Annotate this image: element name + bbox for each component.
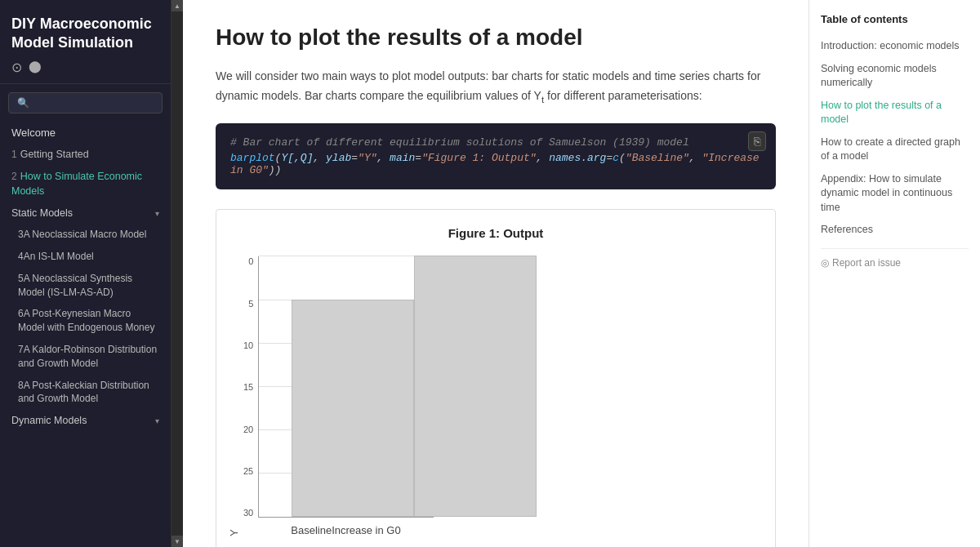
sidebar-item-islm[interactable]: 4An IS-LM Model bbox=[0, 246, 171, 268]
github-icon[interactable]: ⊙ bbox=[11, 60, 22, 75]
y-axis: 30 25 20 15 10 5 0 bbox=[243, 256, 258, 518]
chart-title: Figure 1: Output bbox=[225, 226, 767, 240]
toc-title: Table of contents bbox=[821, 13, 969, 25]
chart-area: Baseline Increase in G0 bbox=[258, 256, 433, 536]
x-labels: Baseline Increase in G0 bbox=[258, 518, 433, 536]
bar-group-increase bbox=[414, 256, 537, 517]
chart-y-wrapper: Y 30 25 20 15 10 5 0 bbox=[225, 256, 767, 536]
toc-divider bbox=[821, 248, 969, 249]
x-label-increase: Increase in G0 bbox=[332, 524, 401, 536]
page-intro: We will consider two main ways to plot m… bbox=[216, 67, 776, 107]
dynamic-models-group[interactable]: Dynamic Models ▾ bbox=[0, 410, 171, 431]
sidebar-item-synthesis[interactable]: 5A Neoclassical Synthesis Model (IS-LM-A… bbox=[0, 268, 171, 304]
code-line-1: # Bar chart of different equilibrium sol… bbox=[230, 136, 761, 149]
sidebar-header: DIY Macroeconomic Model Simulation ⊙ ⬤ bbox=[0, 0, 171, 84]
y-axis-label: Y bbox=[225, 256, 240, 536]
toc-item-references[interactable]: References bbox=[821, 219, 969, 242]
report-issue-link[interactable]: ◎ Report an issue bbox=[821, 257, 969, 269]
toggle-icon[interactable]: ⬤ bbox=[29, 60, 42, 75]
toc-item-solving[interactable]: Solving economic models numerically bbox=[821, 58, 969, 95]
code-block: ⎘ # Bar chart of different equilibrium s… bbox=[216, 123, 776, 189]
bar-baseline bbox=[292, 300, 414, 517]
circle-dot-icon: ◎ bbox=[821, 257, 829, 269]
sidebar-item-getting-started[interactable]: 1Getting Started bbox=[0, 144, 171, 167]
sidebar-item-simulate[interactable]: 2How to Simulate Economic Models bbox=[0, 166, 171, 202]
search-input[interactable] bbox=[8, 92, 163, 113]
copy-button[interactable]: ⎘ bbox=[748, 131, 766, 151]
static-models-group[interactable]: Static Models ▾ bbox=[0, 202, 171, 224]
sidebar: DIY Macroeconomic Model Simulation ⊙ ⬤ W… bbox=[0, 0, 172, 547]
sidebar-scrollbar[interactable]: ▲ ▼ bbox=[172, 0, 183, 547]
sidebar-icon-row: ⊙ ⬤ bbox=[11, 60, 159, 75]
static-models-chevron: ▾ bbox=[155, 209, 159, 218]
sidebar-item-neoclassical[interactable]: 3A Neoclassical Macro Model bbox=[0, 224, 171, 246]
bar-increase bbox=[414, 256, 537, 517]
dynamic-models-chevron: ▾ bbox=[155, 416, 159, 425]
chart-body: 30 25 20 15 10 5 0 bbox=[243, 256, 434, 536]
toc-item-directed[interactable]: How to create a directed graph of a mode… bbox=[821, 131, 969, 168]
chart-container: Figure 1: Output Y 30 25 20 15 10 5 0 bbox=[216, 209, 776, 547]
sidebar-item-postkeynesian[interactable]: 6A Post-Keynesian Macro Model with Endog… bbox=[0, 303, 171, 339]
main-content: How to plot the results of a model We wi… bbox=[183, 0, 808, 547]
bar-group-baseline bbox=[292, 300, 414, 517]
toc-sidebar: Table of contents Introduction: economic… bbox=[808, 0, 980, 547]
toc-item-plot[interactable]: How to plot the results of a model bbox=[821, 95, 969, 131]
bars-and-grid bbox=[258, 256, 433, 518]
bars-wrapper bbox=[259, 256, 433, 517]
sidebar-item-kaldor[interactable]: 7A Kaldor-Robinson Distribution and Grow… bbox=[0, 339, 171, 375]
welcome-label: Welcome bbox=[0, 122, 171, 144]
code-line-2: barplot(Y[,Q], ylab="Y", main="Figure 1:… bbox=[230, 152, 761, 176]
x-label-baseline: Baseline bbox=[291, 524, 332, 536]
sidebar-item-postkaleckian[interactable]: 8A Post-Kaleckian Distribution and Growt… bbox=[0, 375, 171, 411]
scroll-down-btn[interactable]: ▼ bbox=[172, 536, 183, 547]
toc-item-appendix[interactable]: Appendix: How to simulate dynamic model … bbox=[821, 168, 969, 220]
page-title: How to plot the results of a model bbox=[216, 24, 776, 51]
sidebar-title: DIY Macroeconomic Model Simulation bbox=[11, 15, 159, 53]
scroll-up-btn[interactable]: ▲ bbox=[172, 0, 183, 11]
toc-item-introduction[interactable]: Introduction: economic models bbox=[821, 35, 969, 58]
